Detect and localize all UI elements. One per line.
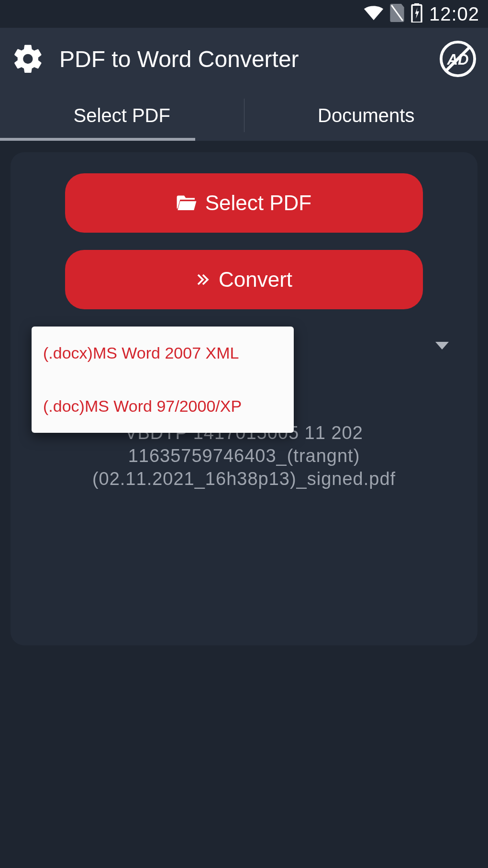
chevron-down-icon[interactable]	[435, 342, 449, 349]
status-time: 12:02	[429, 3, 479, 25]
wifi-icon	[364, 5, 383, 23]
dropdown-option-doc[interactable]: (.doc)MS Word 97/2000/XP	[32, 380, 294, 433]
main-card: Select PDF Convert VBDTP 1417015005 11 2…	[11, 152, 477, 645]
sim-icon	[390, 4, 404, 24]
select-pdf-button[interactable]: Select PDF	[65, 173, 423, 233]
chevrons-right-icon	[196, 268, 210, 292]
folder-open-icon	[177, 191, 197, 215]
no-ad-icon[interactable]: AD	[439, 40, 477, 78]
svg-rect-1	[414, 3, 419, 5]
convert-button[interactable]: Convert	[65, 250, 423, 309]
settings-icon[interactable]	[11, 42, 45, 76]
selected-filename-line3: (02.11.2021_16h38p13)_signed.pdf	[11, 467, 477, 490]
selected-filename-line2: 11635759746403_(trangnt)	[11, 444, 477, 467]
app-title: PDF to Word Converter	[59, 46, 425, 72]
dropdown-option-docx[interactable]: (.docx)MS Word 2007 XML	[32, 327, 294, 380]
active-tab-underline	[0, 138, 195, 141]
status-bar: 12:02	[0, 0, 488, 28]
tab-select-pdf[interactable]: Select PDF	[0, 90, 244, 141]
button-label: Select PDF	[205, 191, 312, 215]
format-dropdown-popup: (.docx)MS Word 2007 XML (.doc)MS Word 97…	[32, 327, 294, 433]
app-header: PDF to Word Converter AD	[0, 28, 488, 90]
button-label: Convert	[219, 268, 292, 292]
battery-charging-icon	[411, 3, 422, 24]
tab-label: Documents	[318, 105, 414, 126]
tab-label: Select PDF	[74, 105, 170, 126]
tabs: Select PDF Documents	[0, 90, 488, 141]
tab-documents[interactable]: Documents	[244, 90, 488, 141]
